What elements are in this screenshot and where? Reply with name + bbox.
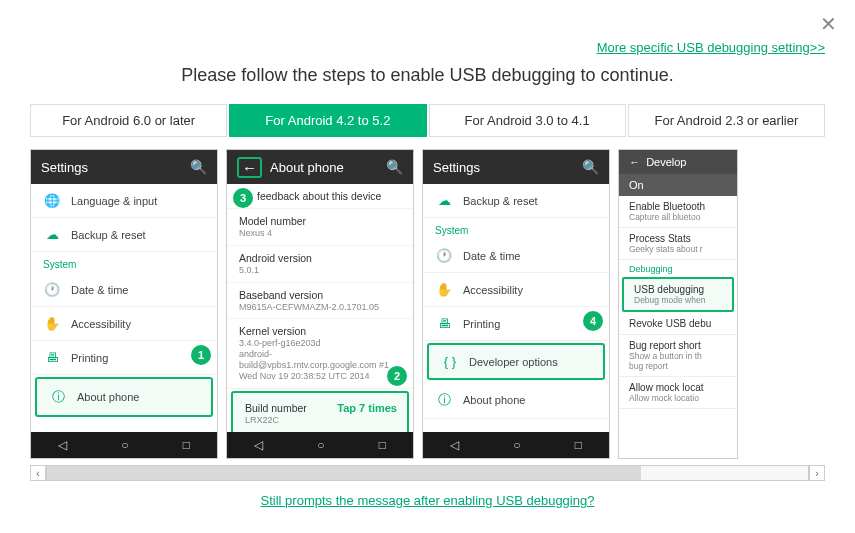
nav-recent-icon: □ xyxy=(183,438,190,452)
row-accessibility: ✋Accessibility xyxy=(31,307,217,341)
nav-home-icon: ○ xyxy=(317,438,324,452)
row-bluetooth: Enable BluetoothCapture all bluetoo xyxy=(619,196,737,228)
nav-back-icon: ◁ xyxy=(58,438,67,452)
row-baseband: Baseband versionM9615A-CEFWMAZM-2.0.1701… xyxy=(227,283,413,320)
row-developer-options: { }Developer options xyxy=(427,343,605,380)
row-label: Date & time xyxy=(71,284,128,296)
row-label: Process Stats xyxy=(629,233,727,244)
row-label: About phone xyxy=(77,391,139,403)
row-label: Language & input xyxy=(71,195,157,207)
row-build-number: Build number LRX22C Tap 7 times xyxy=(231,391,409,432)
still-prompts-link[interactable]: Still prompts the message after enabling… xyxy=(261,493,595,508)
step-badge-3: 3 xyxy=(233,188,253,208)
step-phone-2: ← About phone 🔍 3 feedback about this de… xyxy=(226,149,414,459)
row-value: M9615A-CEFWMAZM-2.0.1701.05 xyxy=(239,302,401,313)
android-nav-bar: ◁○□ xyxy=(227,432,413,458)
scroll-track[interactable] xyxy=(46,465,809,481)
phone2-header: ← About phone 🔍 xyxy=(227,150,413,184)
row-revoke-usb: Revoke USB debu xyxy=(619,313,737,335)
tab-android-30[interactable]: For Android 3.0 to 4.1 xyxy=(429,104,626,137)
row-value: 5.0.1 xyxy=(239,265,401,276)
row-label: About phone xyxy=(463,394,525,406)
row-accessibility: ✋Accessibility xyxy=(423,273,609,307)
row-label: Kernel version xyxy=(239,325,401,337)
version-tabs: For Android 6.0 or later For Android 4.2… xyxy=(30,104,825,137)
row-label: Bug report short xyxy=(629,340,727,351)
row-label: Printing xyxy=(463,318,500,330)
row-process-stats: Process StatsGeeky stats about r xyxy=(619,228,737,260)
info-icon: ⓘ xyxy=(49,388,67,406)
cloud-icon: ☁ xyxy=(435,193,453,208)
search-icon: 🔍 xyxy=(582,159,599,175)
row-label: Baseband version xyxy=(239,289,401,301)
row-label: Date & time xyxy=(463,250,520,262)
step-badge-2: 2 xyxy=(387,366,407,386)
back-arrow-icon: ← xyxy=(629,156,640,168)
tab-android-42[interactable]: For Android 4.2 to 5.2 xyxy=(229,104,426,137)
accessibility-icon: ✋ xyxy=(435,282,453,297)
nav-home-icon: ○ xyxy=(513,438,520,452)
row-label: USB debugging xyxy=(634,284,722,295)
nav-home-icon: ○ xyxy=(121,438,128,452)
phone4-header: ← Develop xyxy=(619,150,737,174)
cloud-icon: ☁ xyxy=(43,227,61,242)
print-icon: 🖶 xyxy=(43,350,61,365)
clock-icon: 🕐 xyxy=(435,248,453,263)
row-value: Capture all bluetoo xyxy=(629,212,727,222)
row-value: Nexus 4 xyxy=(239,228,401,239)
row-model: Model numberNexus 4 xyxy=(227,209,413,246)
step-badge-1: 1 xyxy=(191,345,211,365)
horizontal-scrollbar[interactable]: ‹ › xyxy=(30,465,825,481)
row-about-phone: ⓘAbout phone xyxy=(35,377,213,417)
row-value: Allow mock locatio xyxy=(629,393,727,403)
row-backup: ☁Backup & reset xyxy=(31,218,217,252)
step-phone-3: Settings 🔍 ☁Backup & reset System 🕐Date … xyxy=(422,149,610,459)
phone1-title: Settings xyxy=(41,160,88,175)
nav-recent-icon: □ xyxy=(379,438,386,452)
search-icon: 🔍 xyxy=(190,159,207,175)
back-arrow-icon: ← xyxy=(237,157,262,178)
row-label: Build number xyxy=(245,402,307,414)
clock-icon: 🕐 xyxy=(43,282,61,297)
row-kernel: Kernel version3.4.0-perf-g16e203d androi… xyxy=(227,319,413,388)
braces-icon: { } xyxy=(441,354,459,369)
phone3-title: Settings xyxy=(433,160,480,175)
row-value: LRX22C xyxy=(245,415,279,426)
more-settings-link[interactable]: More specific USB debugging setting>> xyxy=(597,40,825,55)
scroll-right-icon[interactable]: › xyxy=(809,465,825,481)
row-label: Allow mock locat xyxy=(629,382,727,393)
row-label: Backup & reset xyxy=(463,195,538,207)
nav-back-icon: ◁ xyxy=(254,438,263,452)
info-icon: ⓘ xyxy=(435,391,453,409)
row-printing: 🖶Printing 4 xyxy=(423,307,609,341)
phone3-header: Settings 🔍 xyxy=(423,150,609,184)
section-debugging: Debugging xyxy=(619,260,737,276)
row-datetime: 🕐Date & time xyxy=(31,273,217,307)
scroll-left-icon[interactable]: ‹ xyxy=(30,465,46,481)
row-usb-debugging: USB debuggingDebug mode when xyxy=(622,277,734,312)
close-icon[interactable]: ✕ xyxy=(820,12,837,36)
android-nav-bar: ◁○□ xyxy=(31,432,217,458)
row-label: Revoke USB debu xyxy=(629,318,727,329)
row-value: Geeky stats about r xyxy=(629,244,727,254)
scroll-thumb[interactable] xyxy=(47,466,641,480)
row-value: Show a button in th bug report xyxy=(629,351,727,371)
android-nav-bar: ◁○□ xyxy=(423,432,609,458)
phone1-header: Settings 🔍 xyxy=(31,150,217,184)
row-bug-report: Bug report shortShow a button in th bug … xyxy=(619,335,737,377)
search-icon: 🔍 xyxy=(386,159,403,175)
tab-android-23[interactable]: For Android 2.3 or earlier xyxy=(628,104,825,137)
tap-7-times-hint: Tap 7 times xyxy=(337,402,397,414)
step-phone-1: Settings 🔍 🌐Language & input ☁Backup & r… xyxy=(30,149,218,459)
section-system: System xyxy=(31,252,217,273)
row-android-version: Android version5.0.1 xyxy=(227,246,413,283)
row-label: Accessibility xyxy=(71,318,131,330)
page-title: Please follow the steps to enable USB de… xyxy=(30,65,825,86)
globe-icon: 🌐 xyxy=(43,193,61,208)
row-datetime: 🕐Date & time xyxy=(423,239,609,273)
nav-recent-icon: □ xyxy=(575,438,582,452)
row-label: feedback about this device xyxy=(257,190,401,202)
row-label: Model number xyxy=(239,215,401,227)
steps-scroll-row: Settings 🔍 🌐Language & input ☁Backup & r… xyxy=(30,149,825,459)
tab-android-6[interactable]: For Android 6.0 or later xyxy=(30,104,227,137)
